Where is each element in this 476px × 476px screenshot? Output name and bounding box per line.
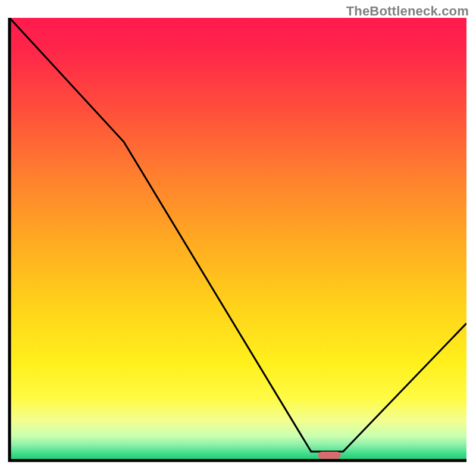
bottleneck-chart: TheBottleneck.com bbox=[0, 0, 476, 476]
minimum-marker bbox=[318, 452, 340, 459]
watermark-text: TheBottleneck.com bbox=[346, 4, 469, 19]
plot-svg bbox=[0, 0, 476, 476]
